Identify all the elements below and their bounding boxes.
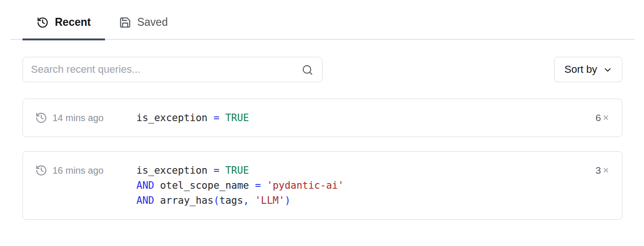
tabs: Recent Saved: [22, 12, 622, 39]
search-box[interactable]: [22, 57, 322, 82]
multiply-icon: ×: [603, 163, 609, 178]
history-icon: [35, 164, 47, 177]
query-run-count: 3: [595, 163, 601, 178]
query-time: 14 mins ago: [52, 113, 104, 123]
tab-recent-label: Recent: [55, 16, 91, 29]
query-time: 16 mins ago: [52, 165, 104, 176]
sort-by-label: Sort by: [564, 63, 597, 76]
history-icon: [37, 16, 49, 29]
save-icon: [119, 16, 131, 29]
recent-queries-panel: Recent Saved Sort by 14: [0, 0, 644, 246]
search-input[interactable]: [23, 57, 322, 82]
history-icon: [35, 112, 47, 124]
sort-by-button[interactable]: Sort by: [554, 57, 622, 82]
query-run-count-badge: 3 ×: [586, 163, 609, 178]
query-code: is_exception = TRUEAND otel_scope_name =…: [136, 163, 586, 208]
chevron-down-icon: [603, 65, 613, 75]
tab-saved-label: Saved: [137, 16, 168, 29]
multiply-icon: ×: [603, 110, 609, 125]
query-card[interactable]: 14 mins ago is_exception = TRUE 6 ×: [22, 99, 622, 137]
query-code: is_exception = TRUE: [136, 110, 586, 125]
search-icon: [301, 64, 314, 76]
toolbar: Sort by: [22, 57, 622, 82]
query-run-count: 6: [595, 110, 601, 125]
query-list: 14 mins ago is_exception = TRUE 6 × 16 m…: [22, 99, 622, 220]
tab-recent[interactable]: Recent: [22, 12, 105, 39]
query-card[interactable]: 16 mins ago is_exception = TRUEAND otel_…: [22, 151, 622, 220]
query-run-count-badge: 6 ×: [586, 110, 609, 125]
query-meta: 16 mins ago: [35, 163, 136, 178]
query-meta: 14 mins ago: [35, 110, 136, 125]
tab-saved[interactable]: Saved: [105, 12, 182, 39]
